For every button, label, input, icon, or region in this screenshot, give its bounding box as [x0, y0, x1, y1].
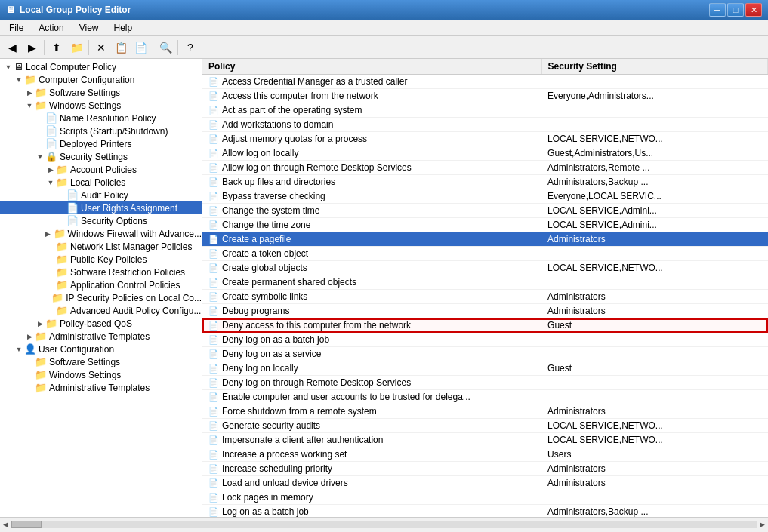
tree-item-user-configuration[interactable]: ▼👤User Configuration: [0, 343, 202, 355]
table-row[interactable]: 📄Change the system timeLOCAL SERVICE,Adm…: [202, 204, 768, 218]
menu-help[interactable]: Help: [108, 21, 139, 35]
table-row[interactable]: 📄Log on as a batch jobAdministrators,Bac…: [202, 505, 768, 518]
table-row[interactable]: 📄Allow log on through Remote Desktop Ser…: [202, 161, 768, 175]
policy-setting: Guest: [541, 318, 767, 333]
table-row[interactable]: 📄Access this computer from the networkEv…: [202, 89, 768, 103]
tree-item-software-restriction[interactable]: 📁Software Restriction Policies: [0, 266, 202, 278]
horizontal-scroll-thumb[interactable]: [11, 521, 42, 528]
table-row[interactable]: 📄Change the time zoneLOCAL SERVICE,Admin…: [202, 218, 768, 232]
table-row[interactable]: 📄Allow log on locallyGuest,Administrator…: [202, 146, 768, 161]
policy-setting: Everyone,Administrators...: [541, 89, 767, 103]
toolbar-new[interactable]: 📄: [131, 38, 150, 57]
toolbar-search[interactable]: 🔍: [156, 38, 174, 57]
horizontal-scroll-track[interactable]: [11, 521, 757, 528]
tree-item-ip-security-policies[interactable]: 📁IP Security Policies on Local Co...: [0, 291, 202, 304]
close-button[interactable]: ✕: [745, 3, 762, 17]
tree-item-network-list-manager[interactable]: 📁Network List Manager Policies: [0, 240, 202, 253]
table-row[interactable]: 📄Create global objectsLOCAL SERVICE,NETW…: [202, 261, 768, 275]
menu-view[interactable]: View: [73, 21, 105, 35]
tree-item-computer-configuration[interactable]: ▼📁Computer Configuration: [0, 73, 202, 86]
toolbar-properties[interactable]: 📋: [112, 38, 130, 57]
toolbar-forward[interactable]: ▶: [23, 38, 41, 57]
tree-item-user-rights-assignment[interactable]: 📄User Rights Assignment: [0, 201, 202, 214]
table-row[interactable]: 📄Load and unload device driversAdministr…: [202, 476, 768, 490]
tree-toggle-account-policies[interactable]: ▶: [45, 165, 56, 175]
policy-icon: 📄: [208, 134, 219, 143]
tree-item-windows-settings[interactable]: ▼📁Windows Settings: [0, 99, 202, 112]
table-row[interactable]: 📄Back up files and directoriesAdministra…: [202, 175, 768, 189]
tree-item-administrative-templates[interactable]: ▶📁Administrative Templates: [0, 330, 202, 343]
table-row[interactable]: 📄Create a pagefileAdministrators: [202, 232, 768, 247]
policy-setting: [541, 390, 767, 404]
tree-panel[interactable]: ▼🖥Local Computer Policy▼📁Computer Config…: [0, 59, 202, 517]
content-panel[interactable]: Policy Security Setting 📄Access Credenti…: [202, 59, 768, 517]
tree-item-user-windows-settings[interactable]: 📁Windows Settings: [0, 368, 202, 381]
tree-item-deployed-printers[interactable]: 📄Deployed Printers: [0, 137, 202, 150]
tree-item-advanced-audit-policy[interactable]: 📁Advanced Audit Policy Configu...: [0, 304, 202, 317]
tree-item-policy-based-qos[interactable]: ▶📁Policy-based QoS: [0, 317, 202, 330]
table-row[interactable]: 📄Bypass traverse checkingEveryone,LOCAL …: [202, 189, 768, 204]
tree-item-public-key-policies[interactable]: 📁Public Key Policies: [0, 253, 202, 266]
tree-label-computer-configuration: Computer Configuration: [39, 75, 134, 85]
bottom-scroll-bar[interactable]: ◀ ▶: [0, 517, 768, 530]
tree-item-name-resolution-policy[interactable]: 📄Name Resolution Policy: [0, 112, 202, 125]
scroll-left-btn[interactable]: ◀: [2, 521, 10, 528]
table-row[interactable]: 📄Debug programsAdministrators: [202, 304, 768, 318]
table-row[interactable]: 📄Force shutdown from a remote systemAdmi…: [202, 404, 768, 419]
tree-item-account-policies[interactable]: ▶📁Account Policies: [0, 163, 202, 176]
table-row[interactable]: 📄Impersonate a client after authenticati…: [202, 433, 768, 447]
policy-icon: 📄: [208, 292, 219, 301]
table-row[interactable]: 📄Create permanent shared objects: [202, 275, 768, 290]
table-row[interactable]: 📄Generate security auditsLOCAL SERVICE,N…: [202, 419, 768, 433]
table-row[interactable]: 📄Deny log on as a service: [202, 347, 768, 361]
table-row[interactable]: 📄Access Credential Manager as a trusted …: [202, 75, 768, 89]
table-row[interactable]: 📄Deny log on as a batch job: [202, 333, 768, 347]
tree-label-policy-based-qos: Policy-based QoS: [60, 318, 132, 329]
tree-toggle-software-settings[interactable]: ▶: [24, 88, 35, 98]
tree-item-local-computer-policy[interactable]: ▼🖥Local Computer Policy: [0, 60, 202, 73]
toolbar-back[interactable]: ◀: [3, 38, 21, 57]
table-row[interactable]: 📄Deny log on locallyGuest: [202, 361, 768, 376]
toolbar-folder[interactable]: 📁: [67, 38, 85, 57]
tree-toggle-administrative-templates[interactable]: ▶: [24, 331, 35, 342]
tree-toggle-policy-based-qos[interactable]: ▶: [35, 318, 45, 329]
tree-item-security-options[interactable]: 📄Security Options: [0, 214, 202, 227]
table-row[interactable]: 📄Deny access to this computer from the n…: [202, 318, 768, 333]
scroll-right-btn[interactable]: ▶: [758, 521, 766, 528]
menu-file[interactable]: File: [3, 21, 29, 35]
toolbar-delete[interactable]: ✕: [92, 38, 110, 57]
table-row[interactable]: 📄Deny log on through Remote Desktop Serv…: [202, 376, 768, 390]
table-row[interactable]: 📄Create symbolic linksAdministrators: [202, 290, 768, 304]
tree-item-audit-policy[interactable]: 📄Audit Policy: [0, 189, 202, 201]
tree-item-local-policies[interactable]: ▼📁Local Policies: [0, 176, 202, 189]
table-row[interactable]: 📄Lock pages in memory: [202, 490, 768, 505]
tree-toggle-windows-settings[interactable]: ▼: [24, 100, 35, 111]
table-row[interactable]: 📄Act as part of the operating system: [202, 103, 768, 118]
minimize-button[interactable]: ─: [709, 3, 726, 17]
tree-item-security-settings[interactable]: ▼🔒Security Settings: [0, 150, 202, 163]
tree-item-user-admin-templates[interactable]: 📁Administrative Templates: [0, 381, 202, 394]
tree-toggle-computer-configuration[interactable]: ▼: [14, 75, 24, 85]
toolbar-help[interactable]: ?: [181, 38, 199, 57]
table-row[interactable]: 📄Increase scheduling priorityAdministrat…: [202, 462, 768, 476]
tree-item-windows-firewall[interactable]: ▶📁Windows Firewall with Advance...: [0, 227, 202, 240]
table-row[interactable]: 📄Enable computer and user accounts to be…: [202, 390, 768, 404]
policy-setting: Administrators: [541, 290, 767, 304]
tree-item-software-settings[interactable]: ▶📁Software Settings: [0, 86, 202, 99]
tree-toggle-local-computer-policy[interactable]: ▼: [3, 62, 14, 72]
maximize-button[interactable]: □: [727, 3, 744, 17]
tree-item-user-software-settings[interactable]: 📁Software Settings: [0, 355, 202, 368]
table-row[interactable]: 📄Add workstations to domain: [202, 118, 768, 132]
policy-icon: 📄: [208, 91, 219, 100]
tree-toggle-user-configuration[interactable]: ▼: [14, 344, 24, 355]
tree-toggle-windows-firewall[interactable]: ▶: [43, 229, 54, 239]
tree-item-application-control[interactable]: 📁Application Control Policies: [0, 278, 202, 291]
table-row[interactable]: 📄Increase a process working setUsers: [202, 447, 768, 462]
tree-item-scripts-startup-shutdown[interactable]: 📄Scripts (Startup/Shutdown): [0, 125, 202, 137]
table-row[interactable]: 📄Create a token object: [202, 247, 768, 261]
toolbar-up[interactable]: ⬆: [48, 38, 66, 57]
menu-action[interactable]: Action: [32, 21, 69, 35]
tree-toggle-local-policies[interactable]: ▼: [45, 177, 56, 188]
table-row[interactable]: 📄Adjust memory quotas for a processLOCAL…: [202, 132, 768, 146]
tree-toggle-security-settings[interactable]: ▼: [35, 152, 45, 162]
